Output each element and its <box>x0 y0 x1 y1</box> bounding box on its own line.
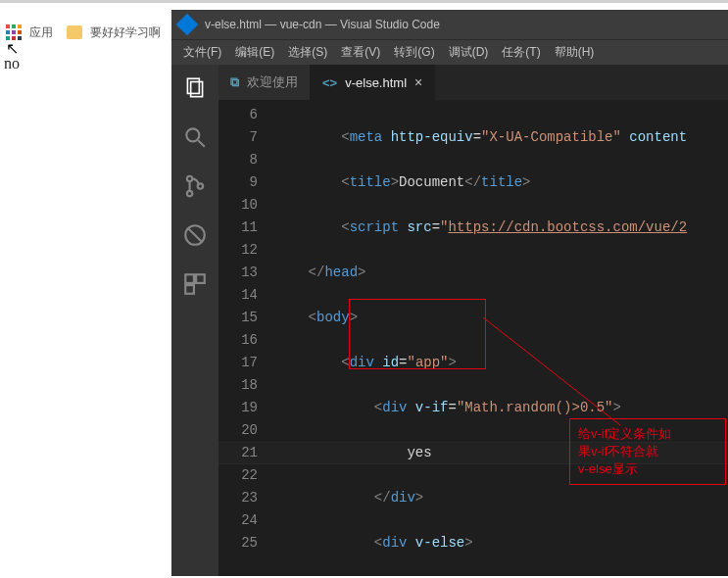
line-number: 23 <box>218 487 258 509</box>
window-title: v-else.html — vue-cdn — Visual Studio Co… <box>205 18 440 31</box>
menu-bar: 文件(F) 编辑(E) 选择(S) 查看(V) 转到(G) 调试(D) 任务(T… <box>171 39 728 65</box>
menu-file[interactable]: 文件(F) <box>177 41 227 64</box>
vscode-logo-icon <box>176 14 199 36</box>
main-area: ⧉ 欢迎使用 <> v-else.html × 6 7 8 9 10 11 <box>171 65 728 576</box>
line-number: 6 <box>218 104 258 126</box>
tab-welcome[interactable]: ⧉ 欢迎使用 <box>218 65 311 100</box>
menu-help[interactable]: 帮助(H) <box>549 41 601 64</box>
menu-debug[interactable]: 调试(D) <box>443 41 495 64</box>
line-number: 19 <box>218 397 258 419</box>
line-gutter: 6 7 8 9 10 11 12 13 14 15 16 17 18 19 20… <box>218 100 275 576</box>
vscode-window: v-else.html — vue-cdn — Visual Studio Co… <box>171 10 728 576</box>
svg-rect-1 <box>191 82 203 97</box>
editor-tabs: ⧉ 欢迎使用 <> v-else.html × <box>218 65 728 100</box>
browser-url-bar <box>0 0 728 3</box>
apps-grid-icon[interactable] <box>6 24 22 40</box>
tab-file-label: v-else.html <box>345 75 407 90</box>
line-number: 16 <box>218 329 258 352</box>
line-number: 15 <box>218 307 258 329</box>
line-number: 8 <box>218 149 258 171</box>
svg-rect-9 <box>185 274 194 283</box>
title-bar[interactable]: v-else.html — vue-cdn — Visual Studio Co… <box>171 10 728 39</box>
close-icon[interactable]: × <box>414 74 422 90</box>
line-number: 10 <box>218 194 258 217</box>
line-number: 25 <box>218 532 258 554</box>
line-number: 12 <box>218 239 258 262</box>
code-editor[interactable]: 6 7 8 9 10 11 12 13 14 15 16 17 18 19 20… <box>218 100 728 576</box>
line-number: 14 <box>218 284 258 307</box>
html-file-icon: <> <box>322 75 337 90</box>
line-number: 21 <box>218 442 258 464</box>
menu-go[interactable]: 转到(G) <box>388 41 440 64</box>
svg-point-4 <box>187 176 192 181</box>
svg-rect-10 <box>196 274 205 283</box>
line-number: 9 <box>218 171 258 194</box>
svg-point-6 <box>198 183 203 188</box>
svg-point-5 <box>187 191 192 196</box>
page-output-text: no <box>4 55 20 72</box>
vscode-tab-icon: ⧉ <box>230 74 239 90</box>
code-lines[interactable]: <meta http-equiv="X-UA-Compatible" conte… <box>275 100 728 576</box>
annotation-text-box: 给v-if定义条件如 果v-if不符合就 v-else显示 <box>569 418 726 485</box>
svg-point-2 <box>186 128 199 141</box>
annotation-line: 果v-if不符合就 <box>578 443 717 460</box>
activity-bar <box>171 65 218 576</box>
folder-icon[interactable] <box>67 25 82 39</box>
line-number: 11 <box>218 217 258 239</box>
bookmark-folder-label[interactable]: 要好好学习啊 <box>90 24 161 41</box>
annotation-line: v-else显示 <box>578 460 717 478</box>
apps-label[interactable]: 应用 <box>29 24 53 41</box>
menu-view[interactable]: 查看(V) <box>335 41 386 64</box>
svg-rect-11 <box>185 285 194 294</box>
extensions-icon[interactable] <box>181 270 209 298</box>
svg-line-8 <box>187 227 202 242</box>
source-control-icon[interactable] <box>181 172 209 200</box>
explorer-icon[interactable] <box>181 74 209 102</box>
line-number: 17 <box>218 352 258 374</box>
line-number: 18 <box>218 374 258 397</box>
annotation-line: 给v-if定义条件如 <box>578 425 717 443</box>
line-number: 7 <box>218 126 258 149</box>
menu-selection[interactable]: 选择(S) <box>282 41 333 64</box>
line-number: 24 <box>218 509 258 532</box>
svg-rect-0 <box>187 78 199 93</box>
line-number: 13 <box>218 262 258 284</box>
tab-velse[interactable]: <> v-else.html × <box>311 65 435 100</box>
line-number: 22 <box>218 464 258 487</box>
menu-edit[interactable]: 编辑(E) <box>229 41 280 64</box>
bookmarks-bar: 应用 要好好学习啊 <box>0 18 167 47</box>
svg-line-3 <box>198 140 205 147</box>
search-icon[interactable] <box>181 123 209 151</box>
debug-icon[interactable] <box>181 221 209 249</box>
editor-area: ⧉ 欢迎使用 <> v-else.html × 6 7 8 9 10 11 <box>218 65 728 576</box>
menu-tasks[interactable]: 任务(T) <box>496 41 546 64</box>
line-number: 20 <box>218 419 258 442</box>
tab-welcome-label: 欢迎使用 <box>247 73 298 91</box>
